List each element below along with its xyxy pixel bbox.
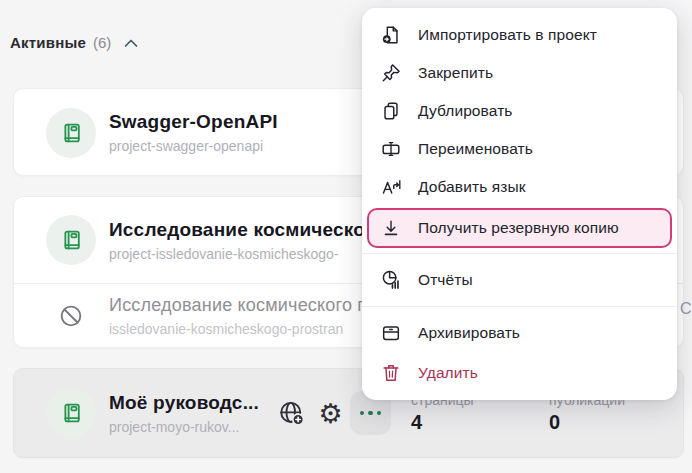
- blocked-icon: [58, 303, 84, 329]
- archive-icon: [380, 322, 402, 344]
- reports-icon: [380, 269, 402, 291]
- menu-item-get-backup[interactable]: Получить резервную копию: [367, 208, 672, 248]
- book-icon: [58, 227, 84, 253]
- project-title: Swagger-OpenAPI: [109, 111, 278, 133]
- chevron-up-icon[interactable]: [124, 38, 138, 48]
- section-title: Активные: [10, 34, 86, 51]
- book-icon: [58, 120, 84, 146]
- menu-item-reports[interactable]: Отчёты: [362, 259, 677, 301]
- book-icon: [58, 400, 84, 426]
- ellipsis-icon: [360, 411, 365, 416]
- menu-divider: [362, 253, 677, 254]
- globe-add-icon: [277, 398, 307, 428]
- menu-item-label: Импортировать в проект: [418, 26, 597, 44]
- menu-divider: [362, 306, 677, 307]
- project-avatar: [46, 108, 96, 158]
- add-language-icon: [380, 176, 402, 198]
- menu-item-delete[interactable]: Удалить: [362, 354, 677, 392]
- project-slug: project-swagger-openapi: [109, 138, 278, 154]
- rename-icon: [380, 138, 402, 160]
- project-slug: project-moyo-rukov...: [109, 419, 259, 435]
- duplicate-icon: [380, 100, 402, 122]
- project-slug-disabled: issledovanie-kosmicheskogo-prostran: [109, 321, 377, 337]
- trash-icon: [380, 362, 402, 384]
- menu-item-label: Архивировать: [418, 324, 520, 342]
- project-title: Исследование космическо: [109, 219, 365, 241]
- project-title-disabled: Исследование космического пр: [109, 295, 377, 316]
- menu-item-import[interactable]: Импортировать в проект: [362, 16, 677, 54]
- gear-icon: ⚙: [319, 400, 343, 427]
- project-slug: project-issledovanie-kosmicheskogo-: [109, 246, 365, 262]
- menu-item-label: Переименовать: [418, 140, 533, 158]
- stat-pages-value: 4: [411, 411, 531, 434]
- stat-publications-value: 0: [549, 411, 669, 434]
- menu-item-label: Дублировать: [418, 102, 513, 120]
- menu-item-label: Добавить язык: [418, 178, 526, 196]
- menu-item-rename[interactable]: Переименовать: [362, 130, 677, 168]
- menu-item-add-language[interactable]: Добавить язык: [362, 168, 677, 206]
- download-icon: [380, 217, 402, 239]
- menu-item-label: Удалить: [418, 364, 478, 382]
- import-icon: [380, 24, 402, 46]
- menu-item-duplicate[interactable]: Дублировать: [362, 92, 677, 130]
- section-count: (6): [93, 34, 111, 51]
- section-header: Активные (6): [10, 34, 138, 51]
- menu-item-archive[interactable]: Архивировать: [362, 312, 677, 354]
- gear-button[interactable]: ⚙: [311, 392, 349, 434]
- context-menu: Импортировать в проект Закрепить Дублиро…: [362, 8, 677, 400]
- project-avatar: [46, 215, 96, 265]
- globe-add-button[interactable]: [273, 392, 311, 434]
- project-title: Моё руководс...: [109, 392, 259, 414]
- project-avatar: [46, 388, 96, 438]
- occluded-text-fragment: С: [680, 300, 692, 318]
- menu-item-label: Отчёты: [418, 271, 473, 289]
- pin-icon: [380, 62, 402, 84]
- menu-item-pin[interactable]: Закрепить: [362, 54, 677, 92]
- menu-item-label: Получить резервную копию: [418, 219, 619, 237]
- menu-item-label: Закрепить: [418, 64, 493, 82]
